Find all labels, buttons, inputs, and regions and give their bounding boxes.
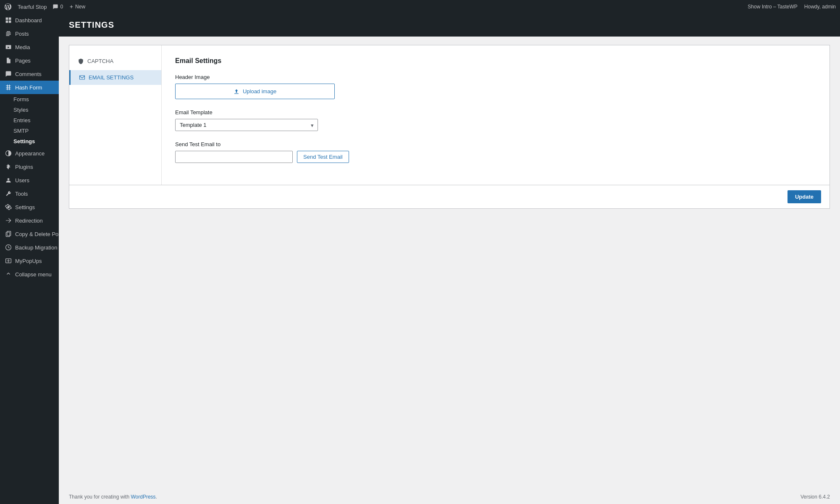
main-content: SETTINGS CAPTCHA EMAIL SETTINGS xyxy=(59,13,840,504)
howdy-text: Howdy, admin xyxy=(804,4,836,10)
tools-icon xyxy=(5,190,12,197)
backup-icon xyxy=(5,244,12,251)
admin-sidebar: Dashboard Posts Media Pages Comments Has… xyxy=(0,13,59,504)
page-title: SETTINGS xyxy=(69,20,830,30)
hashform-icon xyxy=(5,84,12,91)
sidebar-item-comments[interactable]: Comments xyxy=(0,67,59,81)
header-image-field: Header Image Upload image xyxy=(175,74,816,99)
comments-icon xyxy=(5,71,12,77)
new-item-bar[interactable]: New xyxy=(69,4,85,10)
plugins-icon xyxy=(5,163,12,170)
submenu-smtp[interactable]: SMTP xyxy=(0,126,59,136)
sidebar-item-copy-delete-posts[interactable]: Copy & Delete Posts xyxy=(0,227,59,241)
tab-captcha[interactable]: CAPTCHA xyxy=(69,54,161,68)
submenu-styles[interactable]: Styles xyxy=(0,105,59,115)
wordpress-link[interactable]: WordPress xyxy=(131,494,155,500)
pages-icon xyxy=(5,57,12,64)
sidebar-item-collapse-menu[interactable]: Collapse menu xyxy=(0,268,59,281)
copy-icon xyxy=(5,231,12,237)
send-test-row: Send Test Email xyxy=(175,151,816,163)
svg-rect-11 xyxy=(80,76,85,79)
page-footer: Thank you for creating with WordPress. V… xyxy=(59,490,840,504)
submenu-entries[interactable]: Entries xyxy=(0,115,59,126)
email-template-select-wrapper: Template 1 Template 2 Template 3 ▾ xyxy=(175,119,318,131)
email-settings-title: Email Settings xyxy=(175,57,816,65)
email-template-select[interactable]: Template 1 Template 2 Template 3 xyxy=(175,119,318,131)
settings-tabs: CAPTCHA EMAIL SETTINGS xyxy=(69,45,162,185)
sidebar-item-pages[interactable]: Pages xyxy=(0,54,59,67)
posts-icon xyxy=(5,30,12,37)
upload-icon xyxy=(234,89,239,94)
media-icon xyxy=(5,44,12,50)
show-intro-link[interactable]: Show Intro – TasteWP xyxy=(748,4,798,10)
settings-panel: CAPTCHA EMAIL SETTINGS Email Settings He… xyxy=(69,45,830,209)
settings-footer: Update xyxy=(69,185,830,208)
settings-header: SETTINGS xyxy=(59,13,840,37)
header-image-label: Header Image xyxy=(175,74,816,80)
svg-rect-8 xyxy=(7,231,11,236)
email-template-label: Email Template xyxy=(175,109,816,116)
email-icon xyxy=(79,74,85,81)
svg-rect-2 xyxy=(6,21,8,23)
svg-rect-0 xyxy=(6,18,8,20)
sidebar-item-users[interactable]: Users xyxy=(0,173,59,187)
sidebar-item-settings[interactable]: Settings xyxy=(0,200,59,214)
svg-rect-7 xyxy=(6,232,10,236)
version-text: Version 6.4.2 xyxy=(801,494,830,500)
popup-icon xyxy=(5,257,12,264)
comment-icon xyxy=(52,4,58,10)
sidebar-item-media[interactable]: Media xyxy=(0,40,59,54)
svg-rect-3 xyxy=(9,21,11,23)
users-icon xyxy=(5,177,12,184)
appearance-icon xyxy=(5,150,12,157)
footer-thank-you: Thank you for creating with WordPress. xyxy=(69,494,157,500)
sidebar-item-backup-migration[interactable]: Backup Migration xyxy=(0,241,59,254)
sidebar-item-tools[interactable]: Tools xyxy=(0,187,59,200)
submenu-settings[interactable]: Settings xyxy=(0,136,59,147)
sidebar-item-hash-form[interactable]: Hash Form xyxy=(0,81,59,94)
sidebar-item-redirection[interactable]: Redirection xyxy=(0,214,59,227)
sidebar-item-appearance[interactable]: Appearance xyxy=(0,147,59,160)
send-test-label: Send Test Email to xyxy=(175,141,816,147)
email-settings-content: Email Settings Header Image Upload image… xyxy=(162,45,830,185)
email-template-field: Email Template Template 1 Template 2 Tem… xyxy=(175,109,816,131)
send-test-email-input[interactable] xyxy=(175,151,293,163)
site-name[interactable]: Tearful Stop xyxy=(18,4,47,10)
shield-icon xyxy=(78,58,84,64)
sidebar-item-plugins[interactable]: Plugins xyxy=(0,160,59,173)
svg-point-6 xyxy=(8,178,10,180)
tab-email-settings[interactable]: EMAIL SETTINGS xyxy=(69,70,161,85)
redirection-icon xyxy=(5,217,12,224)
send-test-email-field: Send Test Email to Send Test Email xyxy=(175,141,816,163)
send-test-email-button[interactable]: Send Test Email xyxy=(297,151,349,163)
admin-bar: Tearful Stop 0 New Show Intro – TasteWP … xyxy=(0,0,840,13)
wordpress-logo-icon xyxy=(4,3,12,10)
sidebar-item-posts[interactable]: Posts xyxy=(0,27,59,40)
upload-image-button[interactable]: Upload image xyxy=(175,84,335,99)
collapse-icon xyxy=(5,271,12,278)
sidebar-item-mypopups[interactable]: MyPopUps xyxy=(0,254,59,268)
plus-icon xyxy=(69,4,74,9)
settings-icon xyxy=(5,204,12,210)
sidebar-item-dashboard[interactable]: Dashboard xyxy=(0,13,59,27)
dashboard-icon xyxy=(5,17,12,24)
svg-rect-1 xyxy=(9,18,11,20)
update-button[interactable]: Update xyxy=(788,190,821,203)
comment-count-bar[interactable]: 0 xyxy=(52,4,63,10)
submenu-forms[interactable]: Forms xyxy=(0,94,59,105)
